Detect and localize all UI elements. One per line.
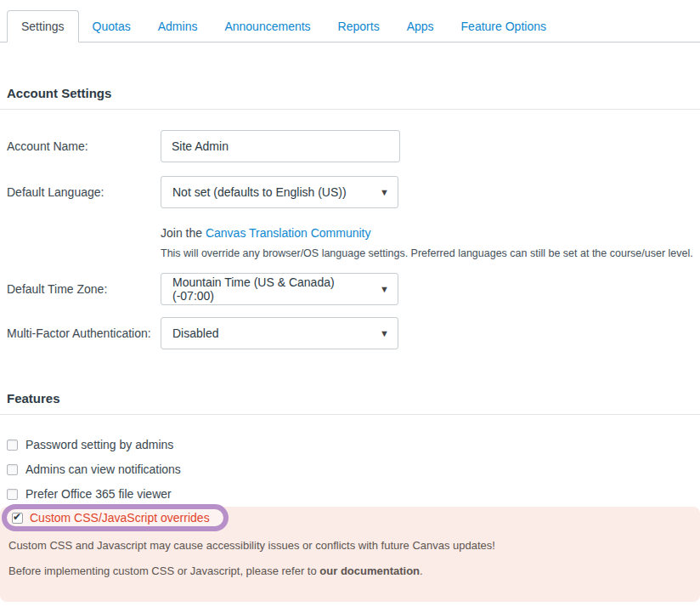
translation-community-prefix: Join the [161,226,206,240]
default-time-zone-label: Default Time Zone: [7,282,161,296]
office365-viewer-checkbox[interactable] [7,489,18,500]
account-name-row: Account Name: [0,130,700,162]
chevron-down-icon: ▼ [380,284,389,294]
our-documentation-link[interactable]: our documentation [319,564,420,577]
account-name-label: Account Name: [7,139,161,153]
custom-css-highlight-annotation: Custom CSS/JavaScript overrides [2,504,229,531]
translation-community-note: Join the Canvas Translation Community [161,225,700,241]
custom-css-overrides-label[interactable]: Custom CSS/JavaScript overrides [30,511,210,525]
mfa-label: Multi-Factor Authentication: [7,326,161,340]
chevron-down-icon: ▼ [380,187,389,197]
default-language-selected-value: Not set (defaults to English (US)) [172,185,347,199]
feature-password-setting-row: Password setting by admins [0,438,700,451]
tab-settings[interactable]: Settings [7,10,79,43]
divider [0,414,700,415]
docs-text-suffix: . [420,564,423,577]
custom-css-warning-text: Custom CSS and Javascript may cause acce… [8,539,495,553]
tab-announcements[interactable]: Announcements [211,11,324,42]
tab-feature-options[interactable]: Feature Options [448,11,560,42]
mfa-row: Multi-Factor Authentication: Disabled ▼ [0,317,700,349]
language-helper-text: This will override any browser/OS langua… [161,247,700,260]
default-time-zone-select[interactable]: Mountain Time (US & Canada) (-07:00) ▼ [161,273,398,305]
translation-community-link[interactable]: Canvas Translation Community [206,226,371,240]
default-time-zone-row: Default Time Zone: Mountain Time (US & C… [0,273,700,305]
account-settings-heading: Account Settings [7,85,693,102]
tab-reports[interactable]: Reports [325,11,393,42]
password-setting-checkbox[interactable] [7,440,18,451]
custom-css-overrides-checkbox[interactable] [12,513,23,524]
custom-css-docs-text: Before implementing custom CSS or Javasc… [8,564,423,578]
tab-apps[interactable]: Apps [393,11,448,42]
office365-viewer-label[interactable]: Prefer Office 365 file viewer [25,487,172,501]
feature-admin-notifications-row: Admins can view notifications [0,462,700,476]
default-language-row: Default Language: Not set (defaults to E… [0,176,700,208]
tab-admins[interactable]: Admins [144,11,212,42]
default-time-zone-selected-value: Mountain Time (US & Canada) (-07:00) [172,275,373,303]
default-language-label: Default Language: [7,185,161,199]
divider [0,109,700,110]
admin-notifications-checkbox[interactable] [7,464,18,475]
features-heading: Features [7,390,693,407]
tab-quotas[interactable]: Quotas [79,11,144,42]
feature-office365-row: Prefer Office 365 file viewer [0,487,700,501]
chevron-down-icon: ▼ [380,328,389,338]
custom-css-alert-box: Custom CSS/JavaScript overrides Custom C… [0,507,700,602]
docs-text-prefix: Before implementing custom CSS or Javasc… [8,564,319,577]
mfa-selected-value: Disabled [172,326,218,340]
password-setting-label[interactable]: Password setting by admins [25,438,173,451]
tab-bar: Settings Quotas Admins Announcements Rep… [0,0,700,43]
default-language-select[interactable]: Not set (defaults to English (US)) ▼ [161,176,398,208]
mfa-select[interactable]: Disabled ▼ [161,317,398,349]
admin-notifications-label[interactable]: Admins can view notifications [25,462,181,476]
account-name-input[interactable] [161,130,400,162]
